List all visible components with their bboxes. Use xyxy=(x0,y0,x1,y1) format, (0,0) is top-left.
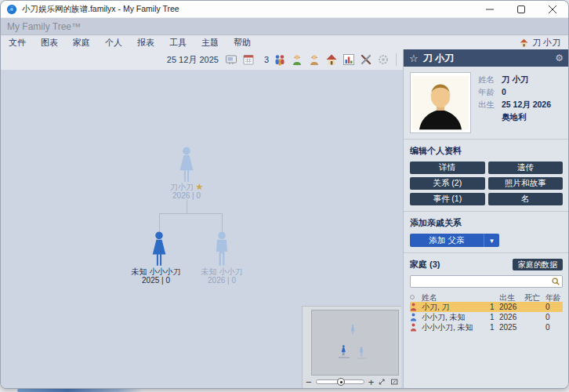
family-search-input[interactable] xyxy=(411,276,562,287)
person-male-icon xyxy=(410,313,417,321)
connector-root-down xyxy=(187,200,187,213)
profile-section: 姓名 刀 小刀 年龄 0 出生 25 12月 2026 xyxy=(404,67,569,140)
row-name: 小小刀, 未知 xyxy=(422,312,490,322)
field-birthplace: 奥地利 xyxy=(478,112,551,122)
connector-horizontal xyxy=(159,213,223,214)
menu-family[interactable]: 家庭 xyxy=(73,37,90,49)
home-icon xyxy=(519,38,529,48)
home-chart-icon[interactable] xyxy=(325,53,338,66)
right-child-dates: 2026 | 0 xyxy=(208,276,236,285)
add-father-button[interactable]: 添加 父亲 ▾ xyxy=(410,234,499,247)
tools-icon[interactable] xyxy=(360,53,372,66)
minimap-tree xyxy=(312,310,398,375)
row-age: 0 xyxy=(545,302,563,312)
people-count: 3 xyxy=(264,55,269,64)
menu-reports[interactable]: 报表 xyxy=(137,37,154,49)
search-icon xyxy=(551,277,560,286)
sidebar-gear-icon[interactable]: ⚙ xyxy=(555,53,564,64)
person-female-icon xyxy=(410,303,417,311)
expand-icon[interactable] xyxy=(378,377,386,387)
calendar-icon[interactable] xyxy=(242,53,255,66)
slideshow-icon[interactable] xyxy=(225,53,237,66)
menu-charts[interactable]: 图表 xyxy=(41,37,58,49)
relationships-button[interactable]: 关系 (2) xyxy=(410,177,485,190)
add-relative-section: 添加亲戚关系 添加 父亲 ▾ xyxy=(404,212,569,253)
tree-figure-right-child-male[interactable] xyxy=(208,231,235,267)
root-name: 刀小刀 xyxy=(170,183,194,191)
col-birth[interactable]: 出生 xyxy=(499,292,524,303)
zoom-out-button[interactable]: − xyxy=(306,377,312,387)
family-group-icon[interactable] xyxy=(274,53,286,66)
birthplace-value: 奥地利 xyxy=(502,112,527,122)
edit-profile-section: 编辑个人资料 详情 遗传 关系 (2) 照片和故事 事件 (1) 名 xyxy=(404,140,569,212)
menu-individual[interactable]: 个人 xyxy=(105,37,122,49)
row-birth: 2026 xyxy=(499,312,524,322)
family-row-3[interactable]: 小小小刀, 未知 1 2025 0 xyxy=(410,322,563,332)
birth-value: 25 12月 2026 xyxy=(502,100,551,110)
genetics-button[interactable]: 遗传 xyxy=(488,162,564,174)
menu-themes[interactable]: 主题 xyxy=(201,37,219,49)
woman-tan-icon[interactable] xyxy=(308,53,321,66)
woman-green-icon[interactable] xyxy=(291,53,303,66)
family-row-1[interactable]: 小刀, 刀 1 2026 0 xyxy=(410,302,563,312)
chevron-down-icon[interactable]: ▾ xyxy=(484,234,499,247)
age-label: 年龄 xyxy=(478,87,502,97)
name-value: 刀 小刀 xyxy=(502,74,528,85)
settings-gear-icon[interactable] xyxy=(377,53,390,66)
sort-ring-icon xyxy=(410,295,415,299)
close-button[interactable] xyxy=(537,1,568,17)
row-age: 0 xyxy=(545,312,563,322)
family-search xyxy=(410,275,563,288)
minimize-button[interactable] xyxy=(474,1,506,17)
toolbar-date[interactable]: 25 12月 2025 xyxy=(167,54,219,66)
home-person-indicator[interactable]: 刀 小刀 xyxy=(519,37,560,49)
root-star-icon: ★ xyxy=(195,182,203,191)
col-death[interactable]: 死亡 xyxy=(524,292,545,303)
photos-stories-button[interactable]: 照片和故事 xyxy=(488,177,564,190)
row-flag: 1 xyxy=(490,322,499,332)
age-value: 0 xyxy=(502,87,506,97)
zoom-bar: − + xyxy=(304,376,400,388)
col-age[interactable]: 年龄 xyxy=(545,292,563,303)
app-icon xyxy=(6,4,17,15)
brand-text: My Family Tree™ xyxy=(7,21,81,32)
brand-ribbon: My Family Tree™ xyxy=(1,18,568,35)
connector-right-child xyxy=(222,213,223,231)
minimap[interactable] xyxy=(311,310,399,376)
sidebar-header: ☆ 刀 小刀 ⚙ xyxy=(404,49,569,67)
fit-to-screen-icon[interactable] xyxy=(390,377,398,387)
home-person-name: 刀 小刀 xyxy=(532,37,560,49)
family-row-2[interactable]: 小小刀, 未知 1 2026 0 xyxy=(410,312,563,322)
names-button[interactable]: 名 xyxy=(488,193,564,205)
person-photo[interactable] xyxy=(410,72,471,133)
family-table-header[interactable]: 姓名 出生 死亡 年龄 xyxy=(410,292,563,302)
favorite-star-icon[interactable]: ☆ xyxy=(409,53,419,64)
col-name[interactable]: 姓名 xyxy=(422,292,490,303)
menu-tools[interactable]: 工具 xyxy=(169,37,187,49)
statistics-icon[interactable] xyxy=(342,53,355,66)
zoom-slider[interactable] xyxy=(316,379,364,384)
tree-figure-root-female[interactable] xyxy=(173,147,200,183)
maximize-button[interactable] xyxy=(506,1,537,17)
details-button[interactable]: 详情 xyxy=(410,162,485,174)
tree-canvas[interactable]: 刀小刀 ★ 2026 | 0 未知 小小小刀 2025 | 0 未知 小小刀 2… xyxy=(1,70,404,389)
zoom-in-button[interactable]: + xyxy=(368,377,375,387)
tree-node-root-label[interactable]: 刀小刀 ★ 2026 | 0 xyxy=(132,183,241,200)
background-window-sliver xyxy=(17,389,143,392)
left-child-dates: 2025 | 0 xyxy=(142,276,170,285)
menu-bar: 文件 图表 家庭 个人 报表 工具 主题 帮助 刀 小刀 xyxy=(1,35,568,49)
tree-node-right-label[interactable]: 未知 小小刀 2026 | 0 xyxy=(167,267,277,285)
window-title: 小刀娱乐网的族谱.familyx - My Family Tree xyxy=(22,4,179,15)
row-birth: 2025 xyxy=(499,322,524,332)
row-name: 小刀, 刀 xyxy=(422,302,490,312)
family-data-button[interactable]: 家庭的数据 xyxy=(513,259,563,270)
name-label: 姓名 xyxy=(478,74,502,85)
zoom-slider-handle[interactable] xyxy=(337,378,345,386)
row-birth: 2026 xyxy=(499,302,524,312)
menu-file[interactable]: 文件 xyxy=(9,37,26,49)
menu-help[interactable]: 帮助 xyxy=(234,37,251,49)
events-button[interactable]: 事件 (1) xyxy=(410,193,485,205)
tree-figure-left-child-female[interactable] xyxy=(146,231,172,267)
add-father-label[interactable]: 添加 父亲 xyxy=(410,234,484,247)
field-birth: 出生 25 12月 2026 xyxy=(478,100,551,110)
